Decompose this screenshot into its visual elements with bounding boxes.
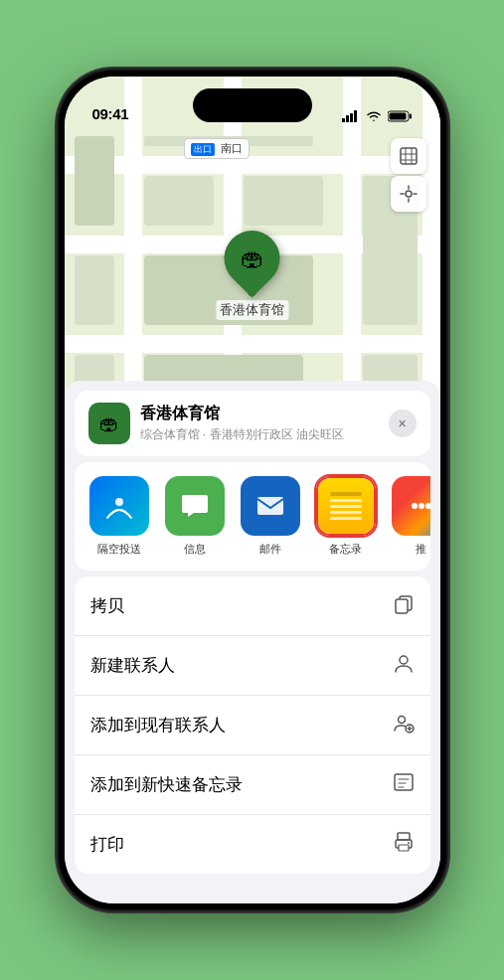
airdrop-label: 隔空投送 (97, 542, 141, 557)
svg-rect-20 (398, 833, 410, 840)
print-icon (393, 831, 415, 858)
map-label-text: 南口 (221, 142, 243, 154)
map-block (75, 255, 114, 325)
more-label: 推 (416, 542, 426, 557)
dynamic-island (193, 88, 312, 122)
map-block (75, 136, 114, 226)
svg-rect-3 (354, 110, 357, 122)
svg-point-13 (425, 503, 430, 509)
notes-line-4 (330, 511, 362, 514)
action-copy-label: 拷贝 (90, 594, 124, 617)
map-type-button[interactable] (391, 138, 426, 174)
location-subtitle: 综合体育馆 · 香港特别行政区 油尖旺区 (140, 426, 344, 443)
map-label-badge: 出口 (191, 143, 215, 156)
svg-rect-22 (399, 845, 409, 851)
wifi-icon (366, 110, 382, 122)
battery-icon (388, 110, 413, 122)
svg-rect-7 (401, 148, 417, 164)
svg-rect-10 (257, 497, 283, 515)
add-contact-icon (393, 712, 415, 738)
notes-icon (316, 476, 376, 536)
signal-icon (342, 110, 360, 122)
svg-rect-5 (410, 114, 412, 119)
map-block (244, 176, 323, 226)
share-item-notes[interactable]: 备忘录 (311, 476, 381, 557)
notes-line-3 (330, 505, 362, 508)
share-row: 隔空投送 信息 (75, 462, 430, 571)
status-time: 09:41 (92, 105, 129, 122)
action-new-contact-label: 新建联系人 (90, 654, 175, 677)
svg-point-23 (408, 842, 410, 844)
action-list: 拷贝 新建联系人 (75, 576, 430, 874)
stadium-marker: 🏟 香港体育馆 (216, 231, 288, 320)
svg-point-16 (400, 656, 408, 664)
marker-pin-icon: 🏟 (241, 245, 264, 272)
map-road (65, 156, 440, 174)
location-button[interactable] (391, 176, 426, 212)
action-new-contact[interactable]: 新建联系人 (75, 636, 430, 696)
action-quick-note-label: 添加到新快速备忘录 (90, 773, 243, 796)
marker-pin: 🏟 (213, 219, 291, 297)
action-print-label: 打印 (90, 833, 124, 856)
notes-line-5 (330, 517, 362, 520)
map-block (144, 176, 214, 226)
close-button[interactable]: × (389, 409, 417, 437)
svg-point-17 (398, 717, 405, 724)
message-label: 信息 (184, 542, 206, 557)
mail-label: 邮件 (259, 542, 281, 557)
location-left: 🏟 香港体育馆 综合体育馆 · 香港特别行政区 油尖旺区 (88, 403, 344, 444)
svg-rect-2 (350, 113, 353, 122)
location-card: 🏟 香港体育馆 综合体育馆 · 香港特别行政区 油尖旺区 × (75, 391, 430, 456)
share-item-airdrop[interactable]: 隔空投送 (84, 476, 154, 557)
message-icon (165, 476, 225, 536)
svg-point-8 (406, 191, 412, 197)
svg-point-9 (115, 498, 123, 506)
notes-label: 备忘录 (329, 542, 362, 557)
more-icon (392, 476, 430, 536)
action-print[interactable]: 打印 (75, 815, 430, 874)
map-road (65, 335, 440, 353)
action-add-contact[interactable]: 添加到现有联系人 (75, 696, 430, 755)
location-name: 香港体育馆 (140, 404, 344, 424)
svg-rect-0 (342, 118, 345, 122)
notes-line-2 (330, 499, 362, 502)
svg-rect-15 (396, 599, 408, 613)
notes-icon-inner (318, 478, 374, 534)
map-controls (391, 138, 426, 212)
svg-point-12 (419, 503, 424, 509)
quick-note-icon (393, 771, 415, 798)
svg-rect-1 (346, 115, 349, 122)
action-copy[interactable]: 拷贝 (75, 576, 430, 636)
share-item-message[interactable]: 信息 (160, 476, 230, 557)
action-quick-note[interactable]: 添加到新快速备忘录 (75, 755, 430, 815)
location-venue-icon: 🏟 (88, 403, 130, 444)
svg-rect-6 (389, 113, 406, 120)
phone-screen: 09:41 (65, 77, 440, 903)
action-add-contact-label: 添加到现有联系人 (90, 714, 226, 736)
airdrop-icon (89, 476, 149, 536)
marker-label: 香港体育馆 (216, 300, 288, 320)
bottom-sheet: 🏟 香港体育馆 综合体育馆 · 香港特别行政区 油尖旺区 × (65, 381, 440, 903)
location-info: 香港体育馆 综合体育馆 · 香港特别行政区 油尖旺区 (140, 404, 344, 443)
new-contact-icon (393, 652, 415, 679)
map-label: 出口 南口 (184, 138, 250, 159)
notes-line-1 (330, 492, 362, 496)
share-item-mail[interactable]: 邮件 (236, 476, 305, 557)
svg-point-11 (412, 503, 418, 509)
phone-frame: 09:41 (59, 71, 446, 909)
copy-icon (393, 592, 415, 619)
mail-icon (241, 476, 300, 536)
status-icons (342, 110, 413, 122)
share-item-more[interactable]: 推 (387, 476, 430, 557)
